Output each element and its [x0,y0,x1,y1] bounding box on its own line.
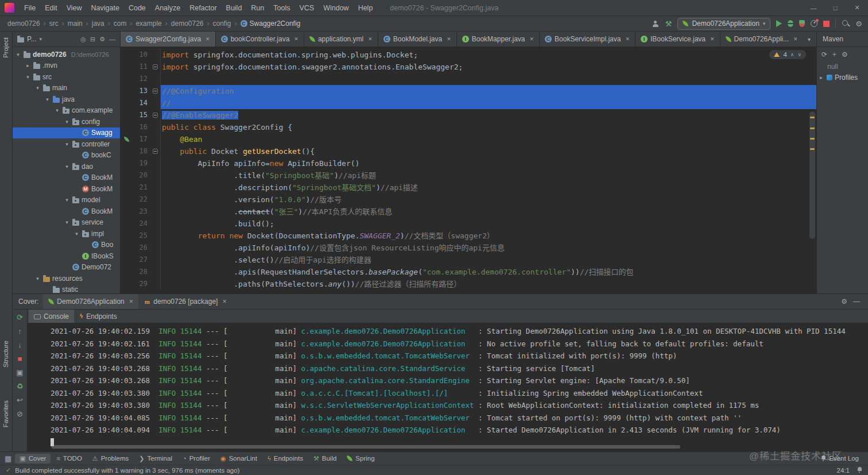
toolwindow-button-build[interactable]: ⚒Build [309,454,341,464]
tree-item[interactable]: ▸.mvn [13,60,120,72]
tree-item[interactable]: ▾main [13,83,120,94]
menu-item-window[interactable]: Window [319,1,353,15]
warning-stripe-mark[interactable] [810,138,815,140]
editor-tab[interactable]: application.yml✕ [304,32,378,47]
maven-settings-icon[interactable]: ⚙ [842,51,848,59]
menu-item-view[interactable]: View [62,1,87,15]
fold-icon[interactable] [153,113,158,118]
maven-add-icon[interactable]: + [832,51,836,59]
toolwindow-button-structure[interactable]: Structure [2,341,9,368]
toolwindow-button-favorites[interactable]: Favorites [2,400,9,427]
tree-item[interactable]: ▾java [13,94,120,105]
editor-tab[interactable]: CBookModel.java✕ [378,32,457,47]
menu-item-vcs[interactable]: VCS [294,1,319,15]
toolwindow-button-profiler[interactable]: ◔Profiler [178,454,215,463]
breadcrumb-item[interactable]: example [134,18,163,29]
fold-icon[interactable] [153,149,158,154]
chevron-expanded-icon[interactable]: ▾ [73,231,80,237]
console-output[interactable]: 2021-07-26 19:40:02.159 INFO 15144 --- [… [28,323,868,451]
toolwindow-button-todo[interactable]: ≡TODO [52,454,86,463]
menu-item-code[interactable]: Code [124,1,150,15]
tree-item[interactable]: ▾config [13,116,120,128]
close-icon[interactable]: ✕ [710,36,715,42]
run-button[interactable] [776,20,782,27]
next-warning-icon[interactable]: ∨ [797,52,801,57]
close-icon[interactable]: ✕ [294,36,299,42]
gc-icon[interactable]: ♻ [17,383,24,391]
toolwindow-button-endpoints[interactable]: ϟEndpoints [263,454,308,463]
menu-item-refactor[interactable]: Refactor [185,1,221,15]
tree-item[interactable]: ▾src [13,71,120,83]
close-button[interactable]: ✕ [846,0,868,16]
caret-position[interactable]: 24:1 [837,467,850,474]
panel-settings-icon[interactable]: ⚙ [99,36,105,43]
toolwindow-button-terminal[interactable]: ❯Terminal [134,454,177,464]
menu-item-tools[interactable]: Tools [269,1,294,15]
project-view-select[interactable]: P... [27,35,36,43]
toolwindow-button-problems[interactable]: ⚠Problems [88,454,133,464]
close-icon[interactable]: ✕ [206,36,210,42]
tree-item[interactable]: CbookC [13,150,120,161]
spring-bean-icon[interactable] [124,137,129,142]
toolwindow-button-project[interactable]: Project [2,37,9,58]
breadcrumb-item[interactable]: config [211,18,233,29]
breadcrumb-item[interactable]: java [90,18,106,29]
console-tab-endpoints[interactable]: ϟEndpoints [74,310,122,323]
menu-item-analyze[interactable]: Analyze [150,1,185,15]
close-icon[interactable]: ✕ [530,36,534,42]
tree-item[interactable]: ▾com.example [13,105,120,117]
chevron-collapsed-icon[interactable]: ▸ [25,63,31,68]
hide-run-panel-icon[interactable]: — [853,298,860,306]
editor-tab[interactable]: CbookController.java✕ [216,32,304,47]
inspections-widget[interactable]: 4 ∧ ∨ [769,50,806,59]
toolwindow-button-sonarlint[interactable]: ◉SonarLint [216,454,262,464]
tree-item[interactable]: ▾model [13,195,120,206]
run-configuration-select[interactable]: Demo0726Application ▾ [677,18,770,30]
breadcrumb-item[interactable]: src [48,18,60,29]
code-area[interactable]: 10import springfox.documentation.spring.… [121,49,816,290]
tree-item[interactable]: IIBookS [13,250,120,262]
menu-item-run[interactable]: Run [246,1,269,15]
run-tab[interactable]: mdemo0726 [package]✕ [138,294,232,309]
tree-item[interactable]: ▾controller [13,138,120,150]
coverage-button[interactable] [799,20,805,27]
tree-item[interactable]: CBoo [13,240,120,251]
maven-refresh-icon[interactable]: ⟳ [822,51,827,59]
tree-item[interactable]: ▾service [13,217,120,229]
chevron-expanded-icon[interactable]: ▾ [34,276,41,281]
breadcrumb-item[interactable]: main [66,18,84,29]
menu-item-build[interactable]: Build [222,1,247,15]
tree-item[interactable]: CBookM [13,172,120,184]
hide-panel-icon[interactable]: — [109,36,115,43]
warning-stripe-mark[interactable] [810,128,815,129]
editor-tab[interactable]: IIBookService.java✕ [636,32,720,47]
close-icon[interactable]: ✕ [447,36,451,42]
tree-item[interactable]: ▾resources [13,273,120,284]
navigate-up-icon[interactable]: ↑ [18,327,22,335]
search-icon[interactable] [842,20,850,28]
toolwindow-button-cover[interactable]: ▣Cover [15,454,51,464]
chevron-expanded-icon[interactable]: ▾ [34,85,41,91]
tree-item[interactable]: MBookM [13,183,120,195]
editor-tab[interactable]: CSwagger2Config.java✕ [121,32,216,47]
run-tab[interactable]: Demo0726Application✕ [43,294,138,309]
run-settings-icon[interactable]: ⚙ [841,298,847,306]
console-tab-console[interactable]: Console [29,310,74,323]
warning-stripe-mark[interactable] [810,148,815,150]
scrollbar-thumb[interactable] [809,111,815,239]
clear-icon[interactable]: ⊘ [17,410,23,418]
maven-profiles-node[interactable]: ▸ Profiles [817,72,868,83]
chevron-expanded-icon[interactable]: ▾ [64,164,70,169]
editor-tab[interactable]: Demo0726Appli...✕ [720,32,802,47]
editor[interactable]: 10import springfox.documentation.spring.… [121,47,816,294]
tree-item[interactable]: ▾impl [13,228,120,240]
warning-stripe-mark[interactable] [810,117,815,118]
status-message[interactable]: Build completed successfully with 1 warn… [15,467,239,474]
editor-scrollbar[interactable] [808,47,816,294]
tree-item[interactable]: CDemo072 [13,262,120,273]
debug-button[interactable] [788,20,793,27]
rerun-icon[interactable]: ⟳ [17,314,23,322]
tree-item[interactable]: ▾dao [13,161,120,172]
toolwindow-button-spring[interactable]: Spring [342,454,379,463]
user-icon[interactable] [652,20,660,28]
